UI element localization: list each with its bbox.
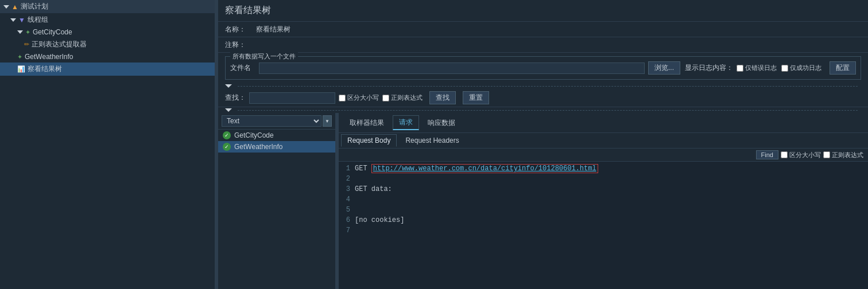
- find-case-checkbox[interactable]: [781, 151, 788, 158]
- browse-button[interactable]: 浏览...: [648, 61, 680, 75]
- success-only-label: 仅成功日志: [790, 64, 822, 72]
- sample-label-get-weather-info: GetWeatherInfo: [234, 143, 283, 151]
- find-case-label: 区分大小写: [789, 151, 821, 159]
- file-section: 所有数据写入一个文件 文件名 浏览... 显示日志内容： 仅错误日志 仅成功日志…: [225, 56, 861, 80]
- code-line-3: 3 GET data:: [339, 185, 868, 195]
- reset-button[interactable]: 重置: [463, 91, 489, 104]
- regex-item: 正则表达式: [382, 93, 423, 102]
- sample-label-get-city-code: GetCityCode: [234, 131, 274, 139]
- file-section-legend: 所有数据写入一个文件: [230, 52, 298, 61]
- find-button[interactable]: 查找: [429, 91, 456, 104]
- find-regex-item: 正则表达式: [823, 151, 863, 159]
- expand-arrow[interactable]: [225, 84, 232, 88]
- comment-label: 注释：: [225, 40, 254, 50]
- sub-tab-body-label: Request Body: [347, 136, 390, 144]
- regex-label: 正则表达式: [391, 93, 423, 102]
- tree-item-regex-extractor[interactable]: ✏ 正则表达式提取器: [0, 38, 215, 51]
- extractor-icon: ✏: [24, 41, 29, 48]
- thread-group-label: 线程组: [28, 15, 48, 25]
- find-case-sensitive-item: 区分大小写: [781, 151, 821, 159]
- code-line-2: 2: [339, 174, 868, 185]
- code-line-4: 4: [339, 195, 868, 205]
- sampler-icon2: ✦: [17, 53, 22, 61]
- dropdown-arrow[interactable]: ▼: [323, 115, 332, 127]
- search-input[interactable]: [249, 92, 335, 104]
- title-text: 察看结果树: [225, 5, 271, 15]
- sub-tab-headers-label: Request Headers: [405, 136, 459, 144]
- tab-sampler-result-label: 取样器结果: [350, 119, 384, 127]
- code-line-5: 5: [339, 205, 868, 216]
- tree-item-test-plan[interactable]: ▲ 测试计划: [0, 0, 215, 13]
- expand-icon: [17, 30, 23, 34]
- sub-tab-request-body[interactable]: Request Body: [341, 134, 397, 147]
- panel-title: 察看结果树: [218, 0, 868, 22]
- regex-extractor-label: 正则表达式提取器: [32, 40, 87, 49]
- tree-item-get-weather-info[interactable]: ✦ GetWeatherInfo: [0, 51, 215, 63]
- find-regex-label: 正则表达式: [832, 151, 863, 159]
- case-sensitive-item: 区分大小写: [339, 93, 379, 102]
- expand-row2: [218, 107, 868, 113]
- url-link[interactable]: http://www.weather.com.cn/data/cityinfo/…: [371, 164, 598, 173]
- comment-input[interactable]: [254, 40, 861, 50]
- error-only-label: 仅错误日志: [745, 64, 777, 72]
- tree-item-get-city-code[interactable]: ✦ GetCityCode: [0, 26, 215, 38]
- dots-divider2: [238, 110, 858, 111]
- result-tree-label: 察看结果树: [28, 64, 62, 74]
- expand-arrow2[interactable]: [225, 108, 232, 112]
- case-sensitive-label: 区分大小写: [347, 93, 379, 102]
- regex-checkbox[interactable]: [382, 95, 389, 101]
- code-line-1: 1 GET http://www.weather.com.cn/data/cit…: [339, 164, 868, 174]
- name-input[interactable]: [254, 24, 861, 34]
- sub-tabs: Request Body Request Headers: [339, 133, 868, 149]
- thread-group-icon: ▼: [18, 16, 25, 24]
- text-dropdown-row: Text ▼: [218, 113, 335, 130]
- search-row: 查找： 区分大小写 正则表达式 查找 重置: [218, 89, 868, 107]
- get-weather-info-label: GetWeatherInfo: [25, 53, 73, 61]
- case-sensitive-checkbox[interactable]: [339, 95, 346, 101]
- sample-item-get-city-code[interactable]: GetCityCode: [218, 130, 335, 141]
- find-row: Find 区分大小写 正则表达式: [339, 149, 868, 162]
- file-row: 文件名 浏览... 显示日志内容： 仅错误日志 仅成功日志 配置: [230, 59, 856, 77]
- config-button[interactable]: 配置: [830, 61, 856, 75]
- test-plan-label: 测试计划: [21, 2, 48, 11]
- listener-icon: 📊: [17, 65, 25, 73]
- sub-tab-request-headers[interactable]: Request Headers: [399, 134, 465, 147]
- tree-item-thread-group[interactable]: ▼ 线程组: [0, 13, 215, 26]
- file-name-input[interactable]: [259, 63, 645, 74]
- tab-response-data-label: 响应数据: [428, 119, 455, 127]
- sample-list: GetCityCode GetWeatherInfo: [218, 130, 335, 289]
- find-regex-checkbox[interactable]: [823, 151, 830, 158]
- left-panel: ▲ 测试计划 ▼ 线程组 ✦ GetCityCode ✏ 正则表达式提取器 ✦ …: [0, 0, 215, 289]
- dots-divider: [238, 86, 858, 87]
- code-area[interactable]: 1 GET http://www.weather.com.cn/data/cit…: [339, 162, 868, 289]
- tab-sampler-result[interactable]: 取样器结果: [343, 116, 390, 130]
- sample-icon-get-weather-info: [223, 143, 231, 151]
- request-panel: 取样器结果 请求 响应数据 Request Body Request Heade…: [339, 113, 868, 289]
- sample-list-panel: Text ▼ GetCityCode GetWeatherInfo: [218, 113, 336, 289]
- text-dropdown[interactable]: Text: [222, 115, 321, 127]
- find-code-button[interactable]: Find: [756, 150, 778, 159]
- tab-response-data[interactable]: 响应数据: [421, 116, 462, 130]
- file-name-label: 文件名: [230, 63, 259, 73]
- get-city-code-label: GetCityCode: [33, 28, 72, 36]
- name-label: 名称：: [225, 25, 254, 34]
- sample-icon-get-city-code: [223, 131, 231, 139]
- expand-row: [218, 83, 868, 89]
- tree-item-result-tree[interactable]: 📊 察看结果树: [0, 63, 215, 76]
- success-only-checkbox[interactable]: [781, 65, 788, 72]
- success-only-item: 仅成功日志: [781, 64, 822, 72]
- tab-request-label: 请求: [399, 118, 413, 126]
- sampler-icon: ✦: [25, 29, 30, 36]
- bottom-split: Text ▼ GetCityCode GetWeatherInfo: [218, 113, 868, 289]
- expand-icon: [3, 5, 9, 9]
- code-line-6: 6 [no cookies]: [339, 216, 868, 226]
- sample-item-get-weather-info[interactable]: GetWeatherInfo: [218, 141, 335, 153]
- error-only-checkbox[interactable]: [737, 65, 743, 72]
- tab-request[interactable]: 请求: [393, 115, 419, 130]
- code-line-7: 7: [339, 226, 868, 236]
- search-label: 查找：: [225, 93, 246, 103]
- test-plan-icon: ▲: [11, 3, 18, 11]
- display-log-label: 显示日志内容：: [685, 63, 733, 73]
- expand-icon: [10, 18, 16, 22]
- right-panel: 察看结果树 名称： 注释： 所有数据写入一个文件 文件名 浏览... 显示日志内…: [218, 0, 868, 289]
